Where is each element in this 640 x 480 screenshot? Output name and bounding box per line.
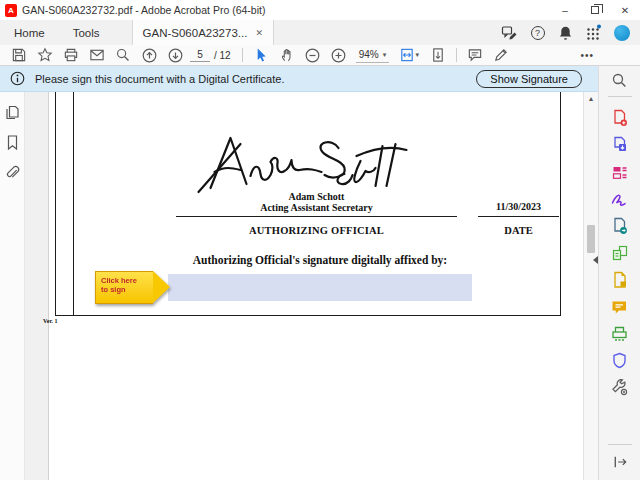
comment-button[interactable] <box>462 45 488 65</box>
search-icon <box>115 47 131 63</box>
apps-grid-button[interactable] <box>585 24 602 41</box>
expand-pane-icon <box>612 454 628 470</box>
zoom-level-dropdown[interactable]: 94% ▾ <box>356 47 390 63</box>
tools-panel <box>598 66 640 480</box>
fit-width-button[interactable]: ▾ <box>393 45 425 65</box>
combine-files-button[interactable] <box>610 244 630 261</box>
tab-tools-label: Tools <box>73 27 100 39</box>
feedback-icon <box>501 24 518 41</box>
print-button[interactable] <box>58 45 84 65</box>
more-tools-button[interactable]: ••• <box>580 50 594 61</box>
authorizing-official-label: AUTHORIZING OFFICIAL <box>176 225 457 236</box>
open-pane-button[interactable] <box>610 453 630 470</box>
fill-sign-pen-icon <box>611 191 628 207</box>
combine-files-icon <box>612 245 628 261</box>
table-border-inner <box>73 92 74 316</box>
search-icon <box>611 72 628 89</box>
fill-sign-button[interactable] <box>488 45 514 65</box>
edit-pdf-icon <box>612 163 628 181</box>
shield-icon <box>612 352 627 369</box>
feedback-button[interactable] <box>501 24 518 41</box>
email-button[interactable] <box>84 45 110 65</box>
collapse-panel-icon[interactable] <box>593 256 598 264</box>
apps-grid-icon <box>585 24 602 41</box>
signatory-title: Acting Assistant Secretary <box>176 202 457 213</box>
tab-home-label: Home <box>14 27 45 39</box>
scrollbar-thumb[interactable] <box>587 225 595 253</box>
tab-tools[interactable]: Tools <box>59 20 114 45</box>
previous-page-button[interactable] <box>136 45 162 65</box>
zoom-out-button[interactable] <box>300 45 326 65</box>
hand-tool-button[interactable] <box>274 45 300 65</box>
organize-pages-button[interactable] <box>610 271 630 288</box>
sign-tag-arrow-tip <box>153 271 170 303</box>
scroll-up-icon[interactable]: ▴ <box>589 95 593 103</box>
zoom-in-button[interactable] <box>326 45 352 65</box>
minimize-icon: – <box>562 5 568 16</box>
comment-icon <box>467 47 483 63</box>
click-to-sign-tag[interactable]: Click here to sign <box>95 271 170 304</box>
digital-affix-label: Authorizing Official's signature digital… <box>160 254 480 266</box>
acrobat-window: A GAN-S060A232732.pdf - Adobe Acrobat Pr… <box>0 0 640 480</box>
vertical-scrollbar[interactable]: ▴ <box>583 92 598 480</box>
show-signature-button[interactable]: Show Signature <box>476 70 582 88</box>
paperclip-icon <box>4 164 21 181</box>
protect-pdf-button[interactable] <box>610 352 630 369</box>
export-pdf-icon <box>612 136 628 154</box>
envelope-icon <box>89 47 105 63</box>
request-signatures-button[interactable] <box>610 217 630 234</box>
export-pdf-button[interactable] <box>610 136 630 153</box>
tab-document-label: GAN-S060A23273... <box>143 27 248 39</box>
more-tools-button[interactable] <box>610 379 630 396</box>
account-button[interactable] <box>613 24 630 41</box>
save-button[interactable] <box>6 45 32 65</box>
tab-close-icon[interactable]: ✕ <box>255 28 263 38</box>
edit-pdf-button[interactable] <box>610 163 630 180</box>
version-label: Ver. 1 <box>43 318 73 324</box>
panel-bottom <box>608 444 632 480</box>
comment-tool-button[interactable] <box>610 298 630 315</box>
avatar <box>614 25 630 41</box>
save-icon <box>11 47 27 63</box>
notifications-button[interactable] <box>557 24 574 41</box>
page-number-input[interactable]: 5 <box>190 48 210 62</box>
tab-document[interactable]: GAN-S060A23273... ✕ <box>132 20 274 45</box>
close-icon: ✕ <box>621 5 629 16</box>
attachments-button[interactable] <box>4 164 21 181</box>
cursor-icon <box>253 47 269 63</box>
page-display-button[interactable] <box>425 45 451 65</box>
next-page-button[interactable] <box>162 45 188 65</box>
caret-down-icon: ▾ <box>415 51 419 59</box>
tab-home[interactable]: Home <box>0 20 59 45</box>
ellipsis-icon: ••• <box>580 50 594 61</box>
navigation-rail <box>0 92 25 480</box>
zoom-out-icon <box>304 47 321 64</box>
zoom-in-icon <box>330 47 347 64</box>
date-value: 11/30/2023 <box>478 201 559 212</box>
bookmarks-button[interactable] <box>4 134 21 151</box>
bookmark-icon <box>4 134 21 151</box>
acrobat-logo-icon: A <box>5 4 17 17</box>
scan-ocr-button[interactable] <box>610 325 630 342</box>
help-button[interactable]: ? <box>529 24 546 41</box>
document-viewport: Adam Schott Acting Assistant Secretary A… <box>25 92 583 480</box>
page-total-label: / 12 <box>214 50 231 61</box>
star-icon <box>37 47 53 63</box>
panel-divider <box>608 96 632 97</box>
signature-line <box>176 216 457 217</box>
table-border-bottom <box>55 315 561 316</box>
favorite-button[interactable] <box>32 45 58 65</box>
digital-signature-field[interactable] <box>168 274 472 301</box>
title-bar: A GAN-S060A232732.pdf - Adobe Acrobat Pr… <box>0 0 640 20</box>
close-button[interactable]: ✕ <box>610 0 640 20</box>
window-controls: – ✕ <box>550 0 640 20</box>
minimize-button[interactable]: – <box>550 0 580 20</box>
page-up-icon <box>141 47 158 64</box>
select-tool-button[interactable] <box>248 45 274 65</box>
find-button[interactable] <box>110 45 136 65</box>
create-pdf-button[interactable] <box>610 109 630 126</box>
page-thumbnails-button[interactable] <box>4 104 21 121</box>
restore-button[interactable] <box>580 0 610 20</box>
fill-and-sign-button[interactable] <box>610 190 630 207</box>
search-tool-button[interactable] <box>610 72 630 89</box>
